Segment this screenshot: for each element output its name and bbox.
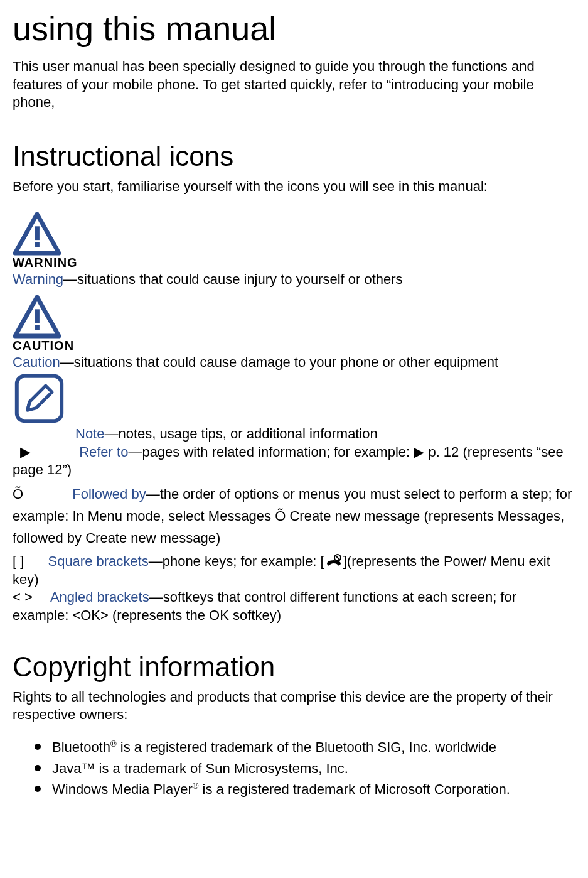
bullet-sup: ® xyxy=(110,739,117,749)
followed-keyword: Followed by xyxy=(72,486,146,502)
note-keyword: Note xyxy=(75,426,104,442)
warning-triangle-icon xyxy=(13,212,61,256)
followed-symbol: Õ xyxy=(13,486,23,502)
warning-description: Warning—situations that could cause inju… xyxy=(13,271,575,289)
caution-keyword: Caution xyxy=(13,354,60,370)
bullet-pre: Bluetooth xyxy=(52,739,110,755)
caution-text: —situations that could cause damage to y… xyxy=(60,354,498,370)
note-row: Note—notes, usage tips, or additional in… xyxy=(13,425,575,443)
section-heading-icons: Instructional icons xyxy=(13,138,575,174)
caution-description: Caution—situations that could cause dama… xyxy=(13,354,575,372)
trademark-list: Bluetooth® is a registered trademark of … xyxy=(13,738,575,799)
svg-line-7 xyxy=(28,402,29,411)
square-keyword: Square brackets xyxy=(48,553,148,569)
angled-row: < > Angled brackets—softkeys that contro… xyxy=(13,588,575,624)
square-row: [ ] Square brackets—phone keys; for exam… xyxy=(13,553,575,588)
svg-rect-4 xyxy=(35,310,40,323)
svg-rect-1 xyxy=(35,226,40,240)
square-symbol: [ ] xyxy=(13,553,24,569)
list-item: Bluetooth® is a registered trademark of … xyxy=(35,738,575,757)
phone-end-icon xyxy=(324,554,343,569)
caution-triangle-icon xyxy=(13,295,61,339)
warning-text: —situations that could cause injury to y… xyxy=(63,271,403,287)
note-block xyxy=(13,372,575,425)
bullet-post: is a registered trademark of the Bluetoo… xyxy=(117,739,496,755)
svg-rect-6 xyxy=(17,376,61,421)
svg-rect-5 xyxy=(35,325,40,330)
list-item: Java™ is a trademark of Sun Microsystems… xyxy=(35,759,575,778)
svg-line-9 xyxy=(335,555,340,560)
bullet-pre: Windows Media Player xyxy=(52,781,193,797)
list-item: Windows Media Player® is a registered tr… xyxy=(35,780,575,799)
warning-label: WARNING xyxy=(13,254,575,271)
square-text-pre: —phone keys; for example: [ xyxy=(149,553,324,569)
copyright-intro-paragraph: Rights to all technologies and products … xyxy=(13,688,575,724)
page-title: using this manual xyxy=(13,6,575,50)
section-heading-copyright: Copyright information xyxy=(13,649,575,685)
angled-keyword: Angled brackets xyxy=(50,589,149,605)
refer-row: ▶ Refer to—pages with related informatio… xyxy=(13,443,575,479)
caution-block: CAUTION xyxy=(13,295,575,354)
angled-symbol: < > xyxy=(13,589,33,605)
note-indent xyxy=(13,425,75,443)
refer-keyword: Refer to xyxy=(79,444,128,460)
svg-rect-2 xyxy=(35,242,40,247)
note-text: —notes, usage tips, or additional inform… xyxy=(104,426,377,442)
icons-intro-paragraph: Before you start, familiarise yourself w… xyxy=(13,178,575,196)
note-pencil-icon xyxy=(13,372,66,425)
refer-symbol: ▶ xyxy=(13,443,38,462)
intro-paragraph: This user manual has been specially desi… xyxy=(13,58,575,112)
caution-label: CAUTION xyxy=(13,337,575,354)
warning-block: WARNING xyxy=(13,212,575,271)
followed-row: Õ Followed by—the order of options or me… xyxy=(13,483,575,550)
bullet-post: is a registered trademark of Microsoft C… xyxy=(198,781,510,797)
warning-keyword: Warning xyxy=(13,271,63,287)
bullet-sup: ® xyxy=(193,781,199,791)
